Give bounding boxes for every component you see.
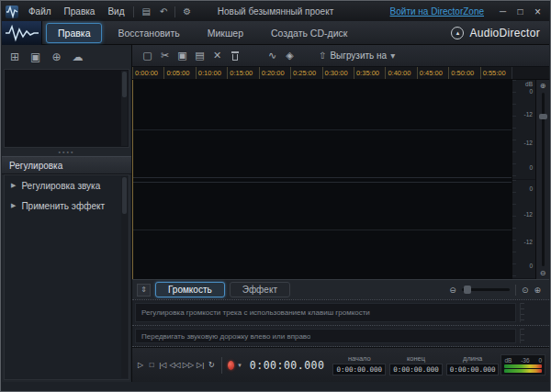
- meter-bar-right: [504, 369, 542, 373]
- ruler-corner: [512, 67, 549, 79]
- panel-scrollbar[interactable]: [121, 176, 128, 378]
- db-scale-channel-1: 0 -12 -12 0: [512, 80, 535, 180]
- field-label: длина: [463, 354, 482, 363]
- go-to-end-button[interactable]: ▷|: [196, 358, 205, 373]
- wave-effect-icon[interactable]: ∿: [264, 50, 281, 62]
- panel-splitter[interactable]: ••••: [2, 148, 131, 156]
- cut-icon[interactable]: ✂: [156, 50, 174, 62]
- length-time-value[interactable]: 0:00:00.000: [446, 364, 500, 375]
- maximize-button[interactable]: □: [512, 5, 528, 18]
- paste-icon[interactable]: ▤: [191, 50, 208, 62]
- db-label: -12: [524, 211, 533, 218]
- expand-arrow-icon[interactable]: ▶: [11, 182, 16, 189]
- directorzone-link[interactable]: Войти на DirectorZone: [390, 6, 484, 17]
- edit-toolbar: ▢ ✂ ▣ ▤ ✕ ∿ ◈ ⇧ Выгрузить на ▾: [132, 45, 549, 67]
- track-field[interactable]: Регулировка громкости трека с использова…: [135, 303, 516, 322]
- track-field[interactable]: Передвигать звуковую дорожку влево или в…: [135, 329, 516, 343]
- field-start: начало 0:00:00.000: [332, 354, 386, 375]
- brand-name: AudioDirector: [469, 27, 540, 39]
- start-time-value[interactable]: 0:00:00.000: [332, 364, 386, 375]
- playhead[interactable]: [132, 80, 133, 279]
- menu-view[interactable]: Вид: [101, 5, 130, 18]
- directorzone-download-icon[interactable]: ⊕: [51, 50, 61, 63]
- go-to-start-button[interactable]: |◁: [158, 358, 167, 373]
- zoom-in-icon[interactable]: ⊕: [540, 82, 546, 90]
- upload-button[interactable]: ⇧ Выгрузить на ▾: [313, 49, 400, 62]
- zoom-fit-icon[interactable]: ⊙: [522, 286, 529, 295]
- tab-restore[interactable]: Восстановить: [106, 23, 191, 43]
- minimize-button[interactable]: ─: [495, 5, 511, 18]
- track-label: Передвигать звуковую дорожку влево или в…: [136, 332, 310, 341]
- pan-keyframe-track[interactable]: Передвигать звуковую дорожку влево или в…: [132, 325, 549, 347]
- db-label: 0: [529, 185, 533, 192]
- tab-edit[interactable]: Правка: [46, 23, 102, 43]
- timeline-ruler[interactable]: 0:00:00 0:05:00 0:10:00 0:15:00 0:20:00 …: [132, 67, 549, 80]
- record-options-chevron-icon[interactable]: ▾: [238, 362, 242, 369]
- trim-icon[interactable]: ▢: [139, 50, 156, 62]
- sidebar-item-label: Применить эффект: [21, 201, 105, 211]
- close-button[interactable]: ×: [530, 5, 545, 18]
- field-label: начало: [348, 354, 371, 363]
- record-button[interactable]: [228, 361, 234, 370]
- scrollbar-thumb[interactable]: [122, 72, 127, 97]
- toolbar-separator: [174, 6, 175, 17]
- zoom-out-icon[interactable]: ⊖: [540, 269, 546, 277]
- collapse-panel-icon[interactable]: ⇕: [137, 284, 151, 297]
- zoom-out-icon[interactable]: ⊖: [449, 286, 456, 295]
- meter-max-label: 0: [538, 357, 542, 364]
- slider-handle[interactable]: [539, 114, 547, 119]
- transport-bar: ▷ □ |◁ ◁◁ ▷▷ ▷| ↻ ▾ 0:00:00.000 начало 0…: [132, 347, 549, 382]
- project-title: Новый безымянный проект: [218, 6, 333, 17]
- tick-label: 0:05:00: [163, 67, 195, 79]
- cloud-icon[interactable]: ☁: [72, 50, 83, 63]
- vertical-zoom-slider[interactable]: [542, 93, 545, 266]
- track-scale: [520, 329, 545, 343]
- save-icon[interactable]: ▤: [137, 6, 154, 17]
- scrollbar-thumb[interactable]: [122, 177, 127, 214]
- tab-effect[interactable]: Эффект: [230, 282, 290, 297]
- db-label: 0: [529, 263, 533, 269]
- copy-icon[interactable]: ▣: [174, 50, 191, 62]
- tab-mixer[interactable]: Микшер: [196, 23, 255, 43]
- import-file-icon[interactable]: ⊞: [10, 50, 19, 63]
- import-library-icon[interactable]: ▣: [30, 50, 40, 63]
- slider-handle[interactable]: [464, 286, 471, 294]
- tick-label: 0:55:00: [480, 67, 512, 79]
- step-back-button[interactable]: ◁◁: [169, 358, 180, 373]
- level-meter: dB -36 0: [500, 354, 545, 375]
- sidebar-item-adjust-audio[interactable]: ▶ Регулировка звука: [5, 175, 129, 196]
- adjust-panel-list: ▶ Регулировка звука ▶ Применить эффект: [4, 174, 129, 380]
- sidebar-item-apply-effect[interactable]: ▶ Применить эффект: [5, 196, 129, 216]
- marker-icon[interactable]: ◈: [281, 50, 298, 62]
- play-button[interactable]: ▷: [136, 358, 145, 373]
- app-window: Файл Правка Вид ▤ ↶ ⚙ Новый безымянный п…: [0, 0, 551, 392]
- library-scrollbar[interactable]: [121, 71, 128, 146]
- field-label: конец: [407, 354, 425, 363]
- timeline-ticks[interactable]: 0:00:00 0:05:00 0:10:00 0:15:00 0:20:00 …: [132, 67, 512, 79]
- delete-icon[interactable]: ✕: [208, 50, 226, 62]
- zoom-slider[interactable]: [462, 288, 510, 291]
- field-length: длина 0:00:00.000: [446, 354, 500, 375]
- menu-file[interactable]: Файл: [22, 5, 58, 18]
- zoom-in-icon[interactable]: ⊕: [534, 286, 541, 295]
- track-label: Регулировка громкости трека с использова…: [136, 308, 370, 317]
- db-ruler: dB 0 -12 -12 0 0 -12 -12 0: [512, 80, 535, 279]
- undo-icon[interactable]: ↶: [155, 6, 172, 17]
- step-forward-button[interactable]: ▷▷: [183, 358, 194, 373]
- expand-arrow-icon[interactable]: ▶: [11, 202, 16, 209]
- tab-volume[interactable]: Громкость: [155, 282, 225, 297]
- volume-keyframe-track[interactable]: Регулировка громкости трека с использова…: [132, 299, 549, 325]
- loop-button[interactable]: ↻: [207, 358, 216, 373]
- separator: [221, 357, 222, 374]
- gear-icon[interactable]: ⚙: [178, 6, 196, 17]
- waveform-row: dB 0 -12 -12 0 0 -12 -12 0 ⊕: [132, 80, 549, 279]
- menu-edit[interactable]: Правка: [58, 5, 102, 18]
- stop-button[interactable]: □: [147, 358, 156, 373]
- tab-create-cd[interactable]: Создать CD-диск: [259, 23, 359, 43]
- waveform-canvas[interactable]: [132, 80, 512, 279]
- end-time-value[interactable]: 0:00:00.000: [389, 364, 443, 375]
- media-library[interactable]: [4, 69, 129, 148]
- meter-scale: dB -36 0: [504, 357, 542, 364]
- trash-icon[interactable]: [226, 51, 243, 61]
- db-label: -12: [524, 111, 533, 118]
